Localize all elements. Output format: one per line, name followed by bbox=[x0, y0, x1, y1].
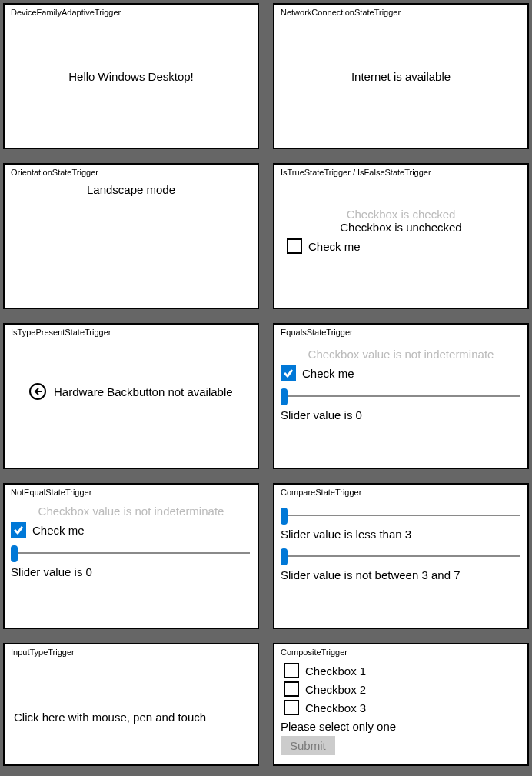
compare-msg-2: Slider value is not between 3 and 7 bbox=[281, 568, 521, 581]
slider-track bbox=[15, 552, 250, 554]
slider-thumb[interactable] bbox=[281, 548, 288, 565]
card-not-equal: NotEqualStateTrigger Checkbox value is n… bbox=[3, 483, 259, 629]
card-composite: CompositeTrigger Checkbox 1 Checkbox 2 C… bbox=[273, 643, 529, 766]
checkbox-2[interactable] bbox=[284, 681, 299, 697]
card-true-false: IsTrueStateTrigger / IsFalseStateTrigger… bbox=[273, 163, 529, 309]
card-title: IsTypePresentStateTrigger bbox=[11, 328, 251, 337]
card-title: NotEqualStateTrigger bbox=[11, 488, 251, 497]
checkbox-3[interactable] bbox=[284, 700, 299, 715]
slider-value-message: Slider value is 0 bbox=[281, 408, 521, 421]
indeterminate-message: Checkbox value is not indeterminate bbox=[281, 348, 521, 361]
card-title: EqualsStateTrigger bbox=[281, 328, 521, 337]
checkbox-1-label: Checkbox 1 bbox=[305, 664, 366, 678]
unchecked-message: Checkbox is unchecked bbox=[281, 221, 521, 234]
slider-1[interactable] bbox=[281, 508, 521, 523]
orientation-message: Landscape mode bbox=[11, 183, 251, 196]
card-title: DeviceFamilyAdaptiveTrigger bbox=[11, 8, 251, 17]
checkme-checkbox[interactable] bbox=[11, 522, 26, 538]
slider-value-message: Slider value is 0 bbox=[11, 565, 251, 578]
backbutton-message: Hardware Backbutton not available bbox=[54, 385, 233, 398]
checkbox-1[interactable] bbox=[284, 663, 299, 678]
checkme-label: Check me bbox=[32, 524, 85, 537]
slider[interactable] bbox=[11, 545, 251, 561]
select-one-message: Please select only one bbox=[281, 720, 521, 733]
submit-button[interactable]: Submit bbox=[281, 736, 335, 755]
card-title: CompareStateTrigger bbox=[281, 488, 521, 497]
slider-thumb[interactable] bbox=[281, 508, 288, 525]
card-title: OrientationStateTrigger bbox=[11, 168, 251, 177]
slider-2[interactable] bbox=[281, 548, 521, 564]
input-type-message[interactable]: Click here with mouse, pen and touch bbox=[14, 711, 251, 724]
card-network: NetworkConnectionStateTrigger Internet i… bbox=[273, 3, 529, 149]
card-device-family: DeviceFamilyAdaptiveTrigger Hello Window… bbox=[3, 3, 259, 149]
compare-msg-1: Slider value is less than 3 bbox=[281, 528, 521, 541]
indeterminate-message: Checkbox value is not indeterminate bbox=[11, 505, 251, 518]
checked-message: Checkbox is checked bbox=[281, 208, 521, 221]
checkme-label: Check me bbox=[302, 367, 354, 380]
slider-track bbox=[285, 555, 520, 557]
card-title: InputTypeTrigger bbox=[11, 648, 251, 657]
slider-track bbox=[285, 515, 520, 516]
card-compare: CompareStateTrigger Slider value is less… bbox=[273, 483, 529, 629]
card-equals: EqualsStateTrigger Checkbox value is not… bbox=[273, 323, 529, 469]
slider-thumb[interactable] bbox=[11, 545, 18, 562]
slider-track bbox=[285, 395, 520, 397]
card-title: CompositeTrigger bbox=[281, 648, 521, 657]
card-type-present: IsTypePresentStateTrigger Hardware Backb… bbox=[3, 323, 259, 469]
card-input-type: InputTypeTrigger Click here with mouse, … bbox=[3, 643, 259, 766]
checkme-checkbox[interactable] bbox=[287, 238, 302, 254]
checkbox-3-label: Checkbox 3 bbox=[305, 701, 366, 714]
slider[interactable] bbox=[281, 388, 521, 404]
checkbox-2-label: Checkbox 2 bbox=[305, 683, 366, 696]
slider-thumb[interactable] bbox=[281, 388, 288, 405]
card-title: IsTrueStateTrigger / IsFalseStateTrigger bbox=[281, 168, 521, 177]
device-family-message: Hello Windows Desktop! bbox=[68, 70, 194, 83]
card-title: NetworkConnectionStateTrigger bbox=[281, 8, 521, 17]
checkme-checkbox[interactable] bbox=[281, 365, 296, 381]
back-arrow-icon bbox=[29, 383, 46, 400]
card-orientation: OrientationStateTrigger Landscape mode bbox=[3, 163, 259, 309]
network-message: Internet is available bbox=[351, 70, 451, 83]
checkme-label: Check me bbox=[308, 240, 361, 253]
